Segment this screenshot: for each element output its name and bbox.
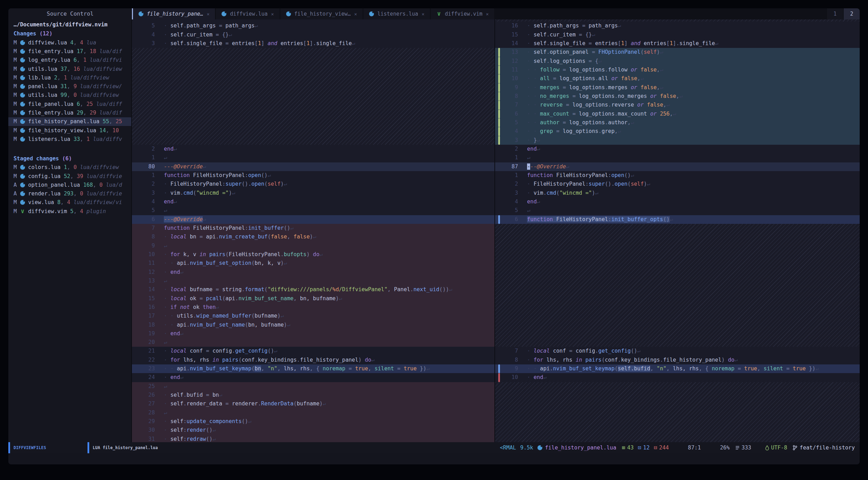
code-line[interactable]: 3· vim.cmd("wincmd =")↵ [495, 189, 860, 197]
file-item[interactable]: Mfile_entry.lua 29, 29 lua/dif [8, 108, 131, 117]
file-item[interactable]: MVdiffview.vim 5, 4 plugin [8, 207, 131, 216]
file-item[interactable]: Aoption_panel.lua 168, 0 lua/d [8, 180, 131, 189]
code-line[interactable]: 1↵ [132, 153, 494, 162]
file-item[interactable]: Mlog_entry.lua 6, 1 lua/diffvi [8, 56, 131, 65]
file-item[interactable]: Mcolors.lua 1, 0 lua/diffview [8, 163, 131, 172]
code-line[interactable]: 4· · grep = log_options.grep,↵ [495, 127, 860, 136]
code-line[interactable]: 16· if not ok then↵ [132, 303, 494, 312]
code-line[interactable]: 21· local conf = config.get_config()↵ [132, 347, 494, 355]
code-line[interactable]: 3· vim.cmd("wincmd =")↵ [132, 189, 494, 197]
code-line[interactable]: 5↵ [132, 206, 494, 215]
tab-close-icon[interactable]: ✕ [271, 11, 274, 17]
code-line[interactable]: 13↵ [132, 277, 494, 285]
file-item[interactable]: Mpanel.lua 31, 9 lua/diffview/ [8, 82, 131, 91]
file-item[interactable]: Mlisteners.lua 33, 1 lua/diffv [8, 135, 131, 143]
code-line[interactable]: 80---@Override↵ [132, 162, 494, 171]
file-item[interactable]: Mutils.lua 99, 0 lua/diffview [8, 91, 131, 100]
tab-close-icon[interactable]: ✕ [354, 11, 357, 17]
tab-diffview-lua[interactable]: diffview.lua✕ [216, 8, 279, 19]
code-line[interactable]: 11· · api.nvim_buf_set_option(bn, k, v)↵ [132, 259, 494, 268]
tab-listeners-lua[interactable]: listeners.lua✕ [364, 8, 430, 19]
code-line[interactable]: 14· self.single_file = entries[1] and en… [495, 39, 860, 48]
code-line[interactable]: 1function FileHistoryPanel:open()↵ [495, 171, 860, 180]
code-line[interactable]: 22· for lhs, rhs in pairs(conf.key_bindi… [132, 356, 494, 364]
code-line[interactable]: 12· end↵ [132, 268, 494, 277]
code-line[interactable]: 23· · api.nvim_buf_set_keymap(bn, "n", l… [132, 364, 494, 373]
tab-close-icon[interactable]: ✕ [207, 11, 210, 17]
code-line[interactable]: 1function FileHistoryPanel:open()↵ [132, 171, 494, 180]
code-line[interactable]: 8· local bn = api.nvim_create_buf(false,… [132, 233, 494, 241]
code-line[interactable]: 9· · merges = log_options.merges or fals… [495, 83, 860, 92]
code-line[interactable]: 15· local ok = pcall(api.nvim_buf_set_na… [132, 294, 494, 303]
tabpage-1[interactable]: 1 [827, 8, 843, 19]
code-line[interactable]: 31· self:redraw()↵ [132, 435, 494, 442]
code-line[interactable]: 3· }↵ [495, 136, 860, 145]
code-line[interactable]: 6· · max_count = log_options.max_count o… [495, 110, 860, 118]
code-line[interactable]: 2end↵ [132, 145, 494, 153]
code-line[interactable]: 26· self.bufid = bn↵ [132, 391, 494, 399]
tab-file_history_pane-[interactable]: file_history_pane…✕ [132, 8, 215, 19]
code-line[interactable]: 19· end↵ [132, 329, 494, 338]
code-line[interactable]: 17· · utils.wipe_named_buffer(bufname)↵ [132, 312, 494, 320]
file-item[interactable]: Mview.lua 8, 4 lua/diffview/vi [8, 198, 131, 207]
file-item[interactable]: Mdiffview.lua 4, 4 lua [8, 38, 131, 47]
source-control-panel[interactable]: …/Documents/git/diffview.nvim Changes (1… [8, 19, 132, 442]
code-line[interactable]: 25↵ [132, 382, 494, 391]
tab-diffview-vim[interactable]: Vdiffview.vim✕ [431, 8, 494, 19]
tab-close-icon[interactable]: ✕ [486, 11, 489, 17]
code-line[interactable]: 11· · follow = log_options.follow or fal… [495, 66, 860, 74]
file-item[interactable]: Mfile_panel.lua 6, 25 lua/diff [8, 100, 131, 108]
code-line[interactable]: 10· end↵ [495, 373, 860, 382]
file-item[interactable]: Mfile_history_panel.lua 55, 25 [8, 117, 131, 126]
code-line[interactable]: 5↵ [495, 206, 860, 215]
code-line[interactable]: 1↵ [495, 153, 860, 162]
changes-section-header[interactable]: Changes (12) [8, 29, 131, 38]
code-line[interactable]: 7· · reverse = log_options.reverse or fa… [495, 101, 860, 109]
file-item[interactable]: Mconfig.lua 52, 39 lua/diffvie [8, 172, 131, 180]
file-item[interactable]: Mfile_entry.lua 17, 18 lua/dif [8, 47, 131, 56]
code-line[interactable]: 9↵ [132, 242, 494, 250]
tab-file_history_view-[interactable]: file_history_view…✕ [281, 8, 362, 19]
code-line[interactable]: 28↵ [132, 409, 494, 417]
code-line[interactable]: 10· for k, v in pairs(FileHistoryPanel.b… [132, 250, 494, 259]
code-line[interactable]: 87---@Override↵ [495, 162, 860, 171]
code-line[interactable]: 2end↵ [495, 145, 860, 153]
code-line[interactable]: 14· local bufname = string.format("diffv… [132, 285, 494, 294]
code-line[interactable]: 6---@Override↵ [132, 215, 494, 224]
diff-editor-left[interactable]: 5· self.path_args = path_args↵4· self.cu… [132, 19, 495, 442]
tabpage-2[interactable]: 2 [844, 8, 860, 19]
file-item[interactable]: Mfile_history_view.lua 14, 10 [8, 126, 131, 135]
code-line[interactable]: 24· end↵ [132, 373, 494, 382]
code-line[interactable]: 8· for lhs, rhs in pairs(conf.key_bindin… [495, 356, 860, 364]
code-line[interactable]: 20↵ [132, 338, 494, 347]
code-line[interactable]: 3· self.single_file = entries[1] and ent… [132, 39, 494, 48]
file-item[interactable]: Arender.lua 293, 0 lua/diffvie [8, 189, 131, 198]
file-item[interactable]: Mutils.lua 37, 16 lua/diffview [8, 65, 131, 73]
code-line[interactable]: 7· local conf = config.get_config()↵ [495, 347, 860, 355]
code-line[interactable]: 29· self:update_components()↵ [132, 417, 494, 426]
code-line[interactable]: 2· FileHistoryPanel:super().open(self)↵ [132, 180, 494, 188]
code-line[interactable]: 5· · author = log_options.author,↵ [495, 118, 860, 127]
code-line[interactable]: 27· self.render_data = renderer.RenderDa… [132, 399, 494, 408]
code-line[interactable]: 8· · no_merges = log_options.no_merges o… [495, 92, 860, 101]
staged-section-header[interactable]: Staged changes (6) [8, 154, 131, 163]
code-line[interactable]: 18· · api.nvim_buf_set_name(bn, bufname)… [132, 321, 494, 329]
code-line[interactable]: 12· self.log_options = {↵ [495, 57, 860, 66]
code-line[interactable]: 10· · all = log_options.all or false,↵ [495, 74, 860, 83]
code-line[interactable]: 4end↵ [495, 197, 860, 206]
code-line[interactable]: 6function FileHistoryPanel:init_buffer_o… [495, 215, 860, 224]
code-line[interactable]: 16· self.path_args = path_args↵ [495, 22, 860, 30]
code-line[interactable]: 9· · api.nvim_buf_set_keymap(self.bufid,… [495, 364, 860, 373]
diff-editor-right[interactable]: 16· self.path_args = path_args↵15· self.… [495, 19, 860, 442]
code-line[interactable]: 13· self.option_panel = FHOptionPanel(se… [495, 48, 860, 57]
code-line[interactable]: 7function FileHistoryPanel:init_buffer()… [132, 224, 494, 233]
code-line[interactable]: 2· FileHistoryPanel:super().open(self)↵ [495, 180, 860, 188]
file-item[interactable]: Mlib.lua 2, 1 lua/diffview [8, 73, 131, 82]
command-line[interactable] [8, 453, 860, 464]
code-line[interactable]: 15· self.cur_item = {}↵ [495, 31, 860, 39]
code-line[interactable]: 4· self.cur_item = {}↵ [132, 31, 494, 39]
code-line[interactable]: 30· self:render()↵ [132, 426, 494, 435]
tab-close-icon[interactable]: ✕ [422, 11, 424, 17]
code-line[interactable]: 5· self.path_args = path_args↵ [132, 22, 494, 30]
code-line[interactable]: 4end↵ [132, 197, 494, 206]
